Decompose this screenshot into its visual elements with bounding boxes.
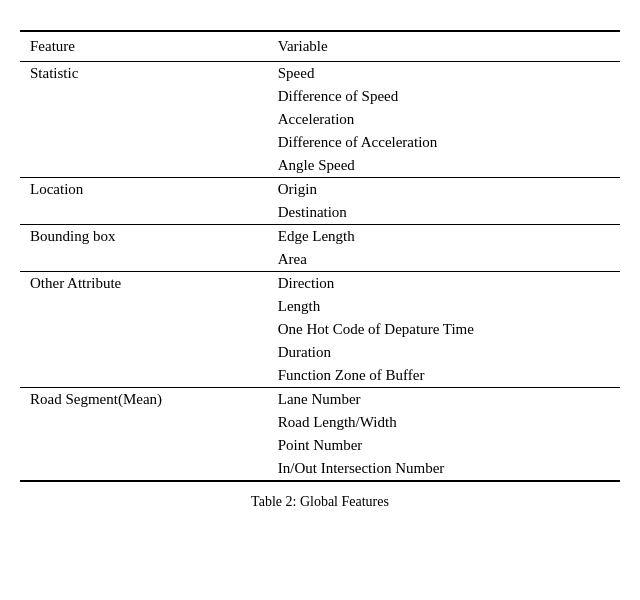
variable-cell: Lane Number (268, 388, 620, 412)
variable-cell: Area (268, 248, 620, 272)
variable-cell: Speed (268, 62, 620, 86)
variable-cell: Length (268, 295, 620, 318)
variable-cell: Direction (268, 272, 620, 296)
variable-cell: Duration (268, 341, 620, 364)
feature-cell: Other Attribute (20, 272, 268, 388)
variable-cell: Edge Length (268, 225, 620, 249)
table-container: Feature Variable StatisticSpeedDifferenc… (20, 30, 620, 510)
feature-cell: Road Segment(Mean) (20, 388, 268, 482)
variable-cell: In/Out Intersection Number (268, 457, 620, 481)
variable-cell: Function Zone of Buffer (268, 364, 620, 388)
variable-cell: Point Number (268, 434, 620, 457)
table-row: Bounding boxEdge Length (20, 225, 620, 249)
table-caption: Table 2: Global Features (20, 494, 620, 510)
variable-cell: Difference of Speed (268, 85, 620, 108)
feature-cell: Bounding box (20, 225, 268, 272)
variable-cell: Acceleration (268, 108, 620, 131)
feature-cell: Statistic (20, 62, 268, 178)
variable-cell: Origin (268, 178, 620, 202)
table-row: Other AttributeDirection (20, 272, 620, 296)
table-row: Road Segment(Mean)Lane Number (20, 388, 620, 412)
feature-table: Feature Variable StatisticSpeedDifferenc… (20, 30, 620, 482)
variable-header: Variable (268, 31, 620, 62)
variable-cell: Road Length/Width (268, 411, 620, 434)
header-row: Feature Variable (20, 31, 620, 62)
variable-cell: Angle Speed (268, 154, 620, 178)
table-row: LocationOrigin (20, 178, 620, 202)
feature-header: Feature (20, 31, 268, 62)
variable-cell: One Hot Code of Depature Time (268, 318, 620, 341)
table-row: StatisticSpeed (20, 62, 620, 86)
variable-cell: Difference of Acceleration (268, 131, 620, 154)
variable-cell: Destination (268, 201, 620, 225)
feature-cell: Location (20, 178, 268, 225)
